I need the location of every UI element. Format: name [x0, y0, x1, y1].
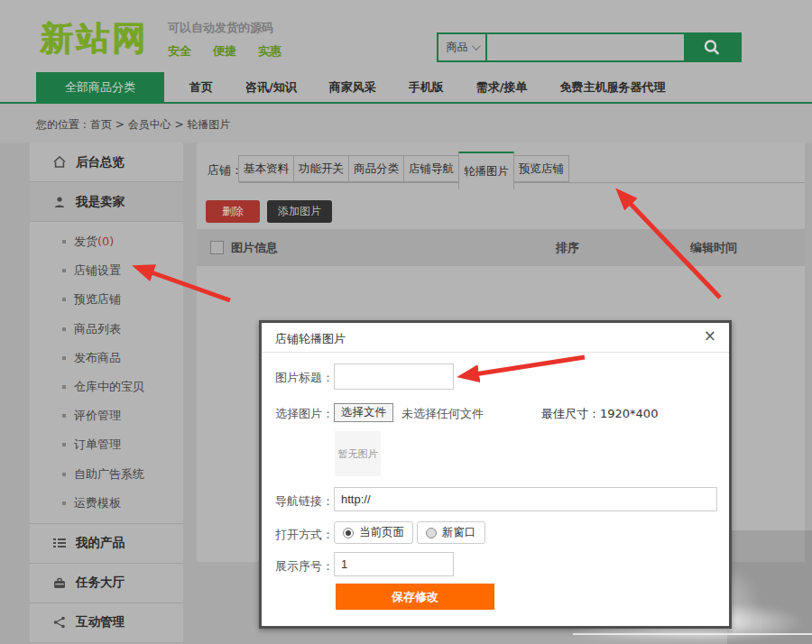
bullet-icon: [62, 240, 66, 244]
watermark-line: [573, 633, 812, 635]
sidebar-item-label: 运费模板: [74, 495, 121, 511]
table-header: 图片信息 排序 编辑时间: [197, 229, 805, 266]
sidebar-item-label: 店铺设置: [74, 262, 121, 279]
open-mode-current-option[interactable]: 当前页面: [334, 521, 413, 544]
delete-button[interactable]: 删除: [206, 200, 260, 223]
sidebar-item-label: 后台总览: [76, 154, 125, 170]
chevron-down-icon: [471, 41, 480, 51]
all-categories-button[interactable]: 全部商品分类: [36, 72, 164, 102]
add-image-button[interactable]: 添加图片: [267, 200, 332, 223]
bullet-icon: [62, 501, 66, 505]
option-label: 当前页面: [359, 525, 404, 540]
sidebar-item-label: 订单管理: [74, 437, 121, 453]
site-header: 新站网 可以自动发货的源码 安全 便捷 实惠 商品: [0, 0, 812, 72]
nav-item-orders[interactable]: 需求/接单: [476, 79, 528, 96]
tagline-tag: 实惠: [258, 43, 281, 60]
sidebar-item-label: 商品列表: [74, 321, 121, 337]
sidebar-item-task-hall[interactable]: 任务大厅: [30, 564, 183, 603]
bullet-icon: [62, 269, 66, 272]
option-label: 新窗口: [442, 525, 476, 540]
search-button[interactable]: [684, 34, 740, 60]
sidebar-item-product-list[interactable]: 商品列表: [30, 315, 183, 344]
sidebar-sub-items: 发货(0) 店铺设置 预览店铺 商品列表 发布商品 仓库中的宝贝: [30, 222, 183, 524]
choose-file-button[interactable]: 选择文件: [334, 403, 393, 422]
sidebar-item-seller[interactable]: 我是卖家: [30, 182, 183, 222]
tagline-tag: 安全: [168, 43, 191, 60]
tagline: 可以自动发货的源码 安全 便捷 实惠: [168, 20, 281, 60]
sidebar-item-overview[interactable]: 后台总览: [30, 143, 183, 182]
tab-product-categories[interactable]: 商品分类: [348, 155, 404, 182]
user-icon: [53, 196, 66, 208]
image-title-label: 图片标题：: [275, 370, 334, 386]
sidebar-item-freight[interactable]: 运费模板: [30, 489, 183, 518]
sidebar-item-interaction[interactable]: 互动管理: [30, 603, 183, 643]
modal-title: 店铺轮播图片: [275, 331, 346, 347]
tagline-text: 可以自动发货的源码: [168, 20, 281, 36]
sidebar-item-orders[interactable]: 订单管理: [30, 430, 183, 459]
nav-item-knowledge[interactable]: 咨讯/知识: [245, 79, 297, 96]
list-icon: [53, 538, 66, 548]
tab-basic-info[interactable]: 基本资料: [238, 155, 294, 182]
nav-item-hosting[interactable]: 免费主机服务器代理: [560, 79, 666, 96]
bullet-icon: [62, 473, 66, 476]
bullet-icon: [62, 298, 66, 301]
modal-header: 店铺轮播图片 ×: [262, 323, 729, 353]
display-order-label: 展示序号：: [275, 558, 334, 575]
main-nav: 全部商品分类 首页 咨讯/知识 商家风采 手机版 需求/接单 免费主机服务器代理: [0, 72, 812, 102]
sidebar: 后台总览 我是卖家 发货(0) 店铺设置 预览店铺: [30, 143, 183, 644]
carousel-image-modal: 店铺轮播图片 × 图片标题： 选择图片： 选择文件 未选择任何文件 最佳尺寸：1…: [259, 320, 732, 629]
bullet-icon: [62, 327, 66, 331]
bullet-icon: [62, 385, 66, 389]
sidebar-item-label: 我是卖家: [76, 194, 125, 210]
bullet-icon: [62, 443, 66, 446]
sidebar-item-my-products[interactable]: 我的产品: [30, 524, 183, 564]
search-icon: [702, 38, 722, 58]
sidebar-item-shop-settings[interactable]: 店铺设置: [30, 256, 183, 285]
close-icon[interactable]: ×: [704, 328, 716, 344]
bullet-icon: [62, 356, 66, 360]
nav-item-merchants[interactable]: 商家风采: [329, 79, 376, 96]
tab-preview-shop[interactable]: 预览店铺: [513, 155, 569, 182]
share-icon: [53, 616, 66, 629]
choose-image-label: 选择图片：: [275, 406, 334, 422]
search-category-select[interactable]: 商品: [438, 34, 487, 60]
image-title-input[interactable]: [334, 363, 454, 390]
shipping-count: (0): [97, 235, 114, 248]
site-logo[interactable]: 新站网: [40, 16, 148, 61]
sidebar-item-label: 发货: [74, 235, 97, 248]
sidebar-item-reviews[interactable]: 评价管理: [30, 401, 183, 430]
sidebar-item-label: 仓库中的宝贝: [74, 379, 144, 395]
nav-item-mobile[interactable]: 手机版: [409, 79, 444, 96]
tab-feature-switch[interactable]: 功能开关: [293, 155, 349, 182]
column-edit-time: 编辑时间: [690, 240, 737, 256]
tab-carousel-images[interactable]: 轮播图片: [458, 152, 514, 189]
nav-items: 首页 咨讯/知识 商家风采 手机版 需求/接单 免费主机服务器代理: [189, 72, 666, 102]
sidebar-item-preview-shop[interactable]: 预览店铺: [30, 285, 183, 314]
tagline-tags: 安全 便捷 实惠: [168, 43, 281, 60]
page: 新站网 可以自动发货的源码 安全 便捷 实惠 商品 全部商品: [0, 0, 812, 644]
sidebar-item-warehouse[interactable]: 仓库中的宝贝: [30, 373, 183, 401]
tab-shop-nav[interactable]: 店铺导航: [403, 155, 459, 182]
best-size-text: 最佳尺寸：1920*400: [541, 406, 658, 422]
nav-link-input[interactable]: [334, 487, 717, 511]
sidebar-item-label: 评价管理: [74, 408, 121, 424]
search-input[interactable]: [487, 34, 684, 60]
select-all-checkbox[interactable]: [210, 241, 224, 254]
no-image-placeholder: 暂无图片: [335, 431, 381, 476]
sidebar-item-ads[interactable]: 自助广告系统: [30, 460, 183, 489]
nav-item-home[interactable]: 首页: [189, 79, 213, 96]
open-mode-label: 打开方式：: [275, 527, 334, 543]
bullet-icon: [62, 414, 66, 418]
sidebar-item-label: 自助广告系统: [74, 466, 144, 483]
home-icon: [53, 156, 66, 168]
open-mode-new-window-option[interactable]: 新窗口: [417, 521, 485, 544]
sidebar-item-publish-product[interactable]: 发布商品: [30, 344, 183, 373]
radio-unselected-icon: [426, 528, 437, 538]
search-category-value: 商品: [447, 40, 468, 55]
sidebar-item-shipping[interactable]: 发货(0): [30, 227, 183, 256]
sidebar-item-label: 预览店铺: [74, 291, 121, 308]
display-order-input[interactable]: [334, 552, 454, 576]
save-button[interactable]: 保存修改: [336, 584, 494, 610]
nav-link-label: 导航链接：: [275, 493, 334, 510]
shop-tabs: 基本资料 功能开关 商品分类 店铺导航 轮播图片 预览店铺: [239, 155, 569, 189]
